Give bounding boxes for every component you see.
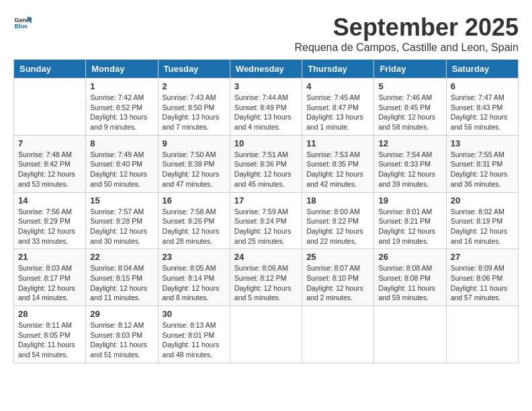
cell-text: Sunrise: 7:53 AM — [306, 150, 369, 160]
day-number: 10 — [234, 138, 298, 148]
cell-text: Sunset: 8:03 PM — [90, 330, 153, 340]
cell-text: Sunrise: 7:44 AM — [234, 93, 298, 103]
cell-text: and 39 minutes. — [378, 179, 441, 189]
cell-text: Sunrise: 8:04 AM — [90, 263, 153, 273]
cell-text: and 45 minutes. — [234, 179, 298, 189]
cell-text: Sunset: 8:49 PM — [234, 103, 298, 113]
cell-text: Sunrise: 7:50 AM — [163, 150, 226, 160]
cell-text: and 2 minutes. — [306, 293, 369, 303]
calendar-cell — [230, 306, 302, 363]
cell-text: Daylight: 11 hours — [378, 283, 441, 293]
cell-text: Sunset: 8:50 PM — [163, 103, 226, 113]
day-number: 23 — [163, 252, 226, 262]
cell-text: Daylight: 12 hours — [451, 169, 514, 179]
cell-text: Sunset: 8:17 PM — [18, 273, 81, 283]
cell-text: Daylight: 12 hours — [18, 226, 81, 236]
cell-text: Daylight: 13 hours — [163, 112, 226, 122]
cell-text: and 57 minutes. — [451, 293, 514, 303]
cell-text: and 8 minutes. — [163, 293, 226, 303]
cell-text: Sunrise: 7:59 AM — [234, 207, 298, 217]
weekday-header-cell: Monday — [86, 60, 158, 79]
weekday-header-cell: Sunday — [14, 60, 86, 79]
day-number: 1 — [90, 81, 153, 91]
weekday-header-cell: Wednesday — [230, 60, 302, 79]
calendar-cell: 17Sunrise: 7:59 AMSunset: 8:24 PMDayligh… — [230, 192, 302, 249]
calendar-body: 1Sunrise: 7:42 AMSunset: 8:52 PMDaylight… — [14, 79, 519, 363]
cell-text: Sunset: 8:40 PM — [90, 159, 153, 169]
calendar-cell: 3Sunrise: 7:44 AMSunset: 8:49 PMDaylight… — [230, 79, 302, 136]
cell-text: Daylight: 11 hours — [451, 283, 514, 293]
cell-text: and 7 minutes. — [163, 122, 226, 132]
cell-text: Sunrise: 7:54 AM — [378, 150, 441, 160]
calendar-cell: 4Sunrise: 7:45 AMSunset: 8:47 PMDaylight… — [302, 79, 374, 136]
cell-text: Sunrise: 8:11 AM — [18, 320, 81, 330]
cell-text: and 33 minutes. — [18, 236, 81, 246]
cell-text: Sunset: 8:35 PM — [306, 159, 369, 169]
month-title: September 2025 — [294, 13, 519, 42]
calendar-cell: 6Sunrise: 7:47 AMSunset: 8:43 PMDaylight… — [446, 79, 518, 136]
calendar-cell — [446, 306, 518, 363]
calendar-cell — [374, 306, 446, 363]
calendar-cell: 23Sunrise: 8:05 AMSunset: 8:14 PMDayligh… — [158, 249, 230, 306]
day-number: 25 — [306, 252, 369, 262]
calendar-cell: 21Sunrise: 8:03 AMSunset: 8:17 PMDayligh… — [14, 249, 86, 306]
cell-text: and 30 minutes. — [90, 236, 153, 246]
cell-text: and 56 minutes. — [451, 122, 514, 132]
day-number: 4 — [306, 81, 369, 91]
cell-text: Sunrise: 8:08 AM — [378, 263, 441, 273]
cell-text: Sunrise: 8:03 AM — [18, 263, 81, 273]
calendar-cell: 26Sunrise: 8:08 AMSunset: 8:08 PMDayligh… — [374, 249, 446, 306]
cell-text: Sunrise: 7:46 AM — [378, 93, 441, 103]
day-number: 19 — [378, 195, 441, 205]
cell-text: Sunrise: 7:49 AM — [90, 150, 153, 160]
cell-text: and 58 minutes. — [378, 122, 441, 132]
cell-text: Daylight: 12 hours — [378, 226, 441, 236]
cell-text: Sunrise: 8:07 AM — [306, 263, 369, 273]
cell-text: Daylight: 13 hours — [234, 112, 298, 122]
day-number: 6 — [451, 81, 514, 91]
cell-text: and 36 minutes. — [451, 179, 514, 189]
cell-text: Daylight: 12 hours — [234, 226, 298, 236]
cell-text: and 11 minutes. — [90, 293, 153, 303]
calendar-cell: 5Sunrise: 7:46 AMSunset: 8:45 PMDaylight… — [374, 79, 446, 136]
cell-text: Sunset: 8:22 PM — [306, 216, 369, 226]
cell-text: Daylight: 12 hours — [163, 226, 226, 236]
calendar-cell: 1Sunrise: 7:42 AMSunset: 8:52 PMDaylight… — [86, 79, 158, 136]
cell-text: Sunset: 8:47 PM — [306, 103, 369, 113]
cell-text: Daylight: 13 hours — [306, 112, 369, 122]
cell-text: Daylight: 11 hours — [18, 340, 81, 350]
cell-text: Daylight: 12 hours — [163, 283, 226, 293]
cell-text: Daylight: 12 hours — [90, 226, 153, 236]
calendar-week-row: 28Sunrise: 8:11 AMSunset: 8:05 PMDayligh… — [14, 306, 519, 363]
day-number: 26 — [378, 252, 441, 262]
weekday-header-cell: Thursday — [302, 60, 374, 79]
cell-text: Sunset: 8:21 PM — [378, 216, 441, 226]
cell-text: and 22 minutes. — [306, 236, 369, 246]
cell-text: Sunset: 8:29 PM — [18, 216, 81, 226]
cell-text: Sunrise: 8:02 AM — [451, 207, 514, 217]
logo-icon: General Blue — [13, 13, 32, 32]
cell-text: and 51 minutes. — [90, 350, 153, 360]
cell-text: and 54 minutes. — [18, 350, 81, 360]
calendar-cell: 24Sunrise: 8:06 AMSunset: 8:12 PMDayligh… — [230, 249, 302, 306]
day-number: 15 — [90, 195, 153, 205]
cell-text: Sunset: 8:28 PM — [90, 216, 153, 226]
cell-text: Daylight: 11 hours — [163, 340, 226, 350]
day-number: 24 — [234, 252, 298, 262]
calendar-week-row: 21Sunrise: 8:03 AMSunset: 8:17 PMDayligh… — [14, 249, 519, 306]
cell-text: Sunset: 8:08 PM — [378, 273, 441, 283]
cell-text: Sunset: 8:24 PM — [234, 216, 298, 226]
cell-text: Daylight: 12 hours — [163, 169, 226, 179]
cell-text: Daylight: 12 hours — [378, 169, 441, 179]
weekday-header-cell: Tuesday — [158, 60, 230, 79]
cell-text: Daylight: 12 hours — [18, 283, 81, 293]
day-number: 3 — [234, 81, 298, 91]
cell-text: Daylight: 12 hours — [234, 283, 298, 293]
day-number: 16 — [163, 195, 226, 205]
cell-text: Daylight: 13 hours — [90, 112, 153, 122]
cell-text: and 4 minutes. — [234, 122, 298, 132]
cell-text: Daylight: 12 hours — [234, 169, 298, 179]
cell-text: Daylight: 12 hours — [90, 283, 153, 293]
svg-text:Blue: Blue — [14, 23, 28, 30]
cell-text: Sunset: 8:52 PM — [90, 103, 153, 113]
